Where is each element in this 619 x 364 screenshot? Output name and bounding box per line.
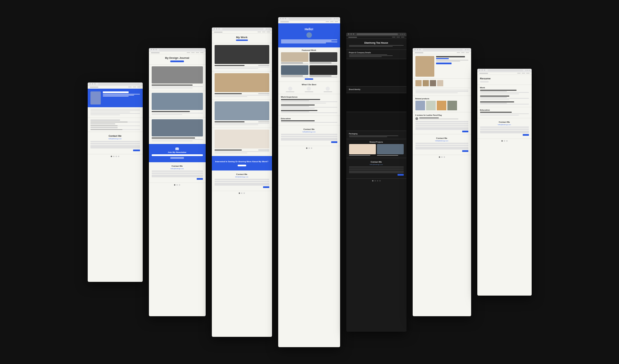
- submit-button[interactable]: [331, 141, 337, 143]
- browser-bar-7: [477, 69, 532, 72]
- featured-item-2: [310, 52, 337, 64]
- contact-email: hello@divdesign.com: [281, 131, 337, 133]
- featured-desc-2: [310, 64, 337, 64]
- dot: [216, 28, 217, 30]
- nav-bar-1: [88, 86, 143, 89]
- related-products-title: Related products: [415, 98, 468, 100]
- thumb-1[interactable]: [415, 80, 422, 86]
- maximize: [467, 49, 468, 50]
- skill-bar: [90, 129, 140, 130]
- newsletter-title: Join My Newsletter: [152, 151, 203, 153]
- page-dot: [111, 156, 112, 157]
- job-3: [281, 110, 337, 113]
- text-line: [349, 46, 393, 47]
- job-2: [281, 104, 337, 109]
- name-input[interactable]: [349, 166, 404, 168]
- product-desc-section: [413, 88, 471, 96]
- related-name-1: [349, 155, 370, 156]
- skill-label: [90, 123, 115, 124]
- text-line: [480, 98, 529, 99]
- submit-button[interactable]: [462, 150, 468, 152]
- message-input[interactable]: [480, 131, 529, 133]
- name-input[interactable]: [415, 143, 468, 144]
- contact-email: hello@divdesign.com: [215, 176, 269, 178]
- review-name-input[interactable]: [415, 123, 468, 124]
- message-input[interactable]: [415, 147, 468, 150]
- nav-link: [526, 73, 530, 74]
- text-line: [349, 55, 393, 56]
- skill-icon-2: [307, 87, 311, 91]
- nav-link: [517, 73, 521, 74]
- thumb-3[interactable]: [430, 80, 436, 86]
- message-input[interactable]: [152, 175, 203, 177]
- view-more-btn[interactable]: [305, 78, 313, 80]
- nav-link: [262, 32, 265, 32]
- email-input[interactable]: [215, 181, 269, 182]
- review-1-content: [419, 118, 468, 119]
- nav-bar: [413, 52, 471, 54]
- name-input[interactable]: [281, 134, 337, 135]
- review-submit-button[interactable]: [462, 131, 468, 132]
- related-products-grid: [415, 101, 468, 110]
- submit-button[interactable]: [263, 186, 269, 188]
- related-name-2: [377, 155, 398, 156]
- text-line: [152, 88, 193, 88]
- work-btn[interactable]: [236, 40, 248, 41]
- page-dot: [308, 147, 310, 149]
- resume-header: Resume: [477, 75, 532, 85]
- newsletter-btn[interactable]: [170, 157, 184, 159]
- thumb-2[interactable]: [423, 80, 429, 86]
- thumb-4[interactable]: [437, 80, 443, 86]
- contact-title: Contact Me: [90, 135, 140, 137]
- minimize: [334, 18, 335, 19]
- name-input[interactable]: [152, 170, 203, 172]
- review-email-input[interactable]: [415, 125, 468, 126]
- email-input[interactable]: [281, 136, 337, 137]
- work-experience-section: Work Experience: [278, 94, 340, 116]
- cta-btn[interactable]: [238, 165, 246, 166]
- message-input[interactable]: [215, 183, 269, 186]
- url-bar: [222, 28, 263, 30]
- contact-section: Contact Me hello@divdesign.com: [149, 162, 206, 183]
- job-dates-1: [281, 100, 309, 101]
- blog-btn[interactable]: [170, 60, 184, 62]
- mockup-hello: Hello! Featured Work: [278, 17, 340, 347]
- submit-button[interactable]: [197, 178, 203, 180]
- review-text-input[interactable]: [415, 127, 468, 130]
- message-input[interactable]: [349, 170, 404, 173]
- email-input[interactable]: [349, 168, 404, 170]
- email-input[interactable]: [480, 129, 529, 130]
- submit-button[interactable]: [398, 174, 404, 176]
- skill-fill: [90, 125, 118, 126]
- download-btn[interactable]: [480, 81, 489, 82]
- name-input[interactable]: [215, 179, 269, 180]
- submit-button[interactable]: [133, 150, 140, 151]
- bio-line: [281, 43, 326, 43]
- nav-links: [326, 21, 338, 22]
- newsletter-input[interactable]: [152, 154, 203, 156]
- page-dot: [311, 147, 312, 149]
- hero-section: [88, 89, 143, 107]
- name-input[interactable]: [480, 126, 529, 128]
- featured-desc-4: [310, 77, 337, 77]
- related-2: [377, 144, 404, 156]
- message-input[interactable]: [281, 138, 337, 141]
- text-line: [215, 68, 258, 69]
- email-input[interactable]: [415, 145, 468, 146]
- project-title: [215, 65, 245, 66]
- page-dot: [506, 140, 508, 142]
- message-input[interactable]: [90, 145, 140, 148]
- nav-link: [401, 37, 404, 37]
- skill-3: [324, 87, 332, 92]
- contact-section: Contact Me hello@divdesign.com: [413, 134, 471, 155]
- email-input[interactable]: [90, 143, 140, 144]
- job-title-2: [281, 104, 315, 106]
- submit-button[interactable]: [523, 134, 529, 136]
- pagination: [212, 191, 272, 195]
- dot: [214, 28, 215, 30]
- email-input[interactable]: [152, 173, 203, 174]
- dot: [419, 49, 421, 50]
- related-product-1: [415, 101, 425, 110]
- add-to-cart-btn[interactable]: [436, 63, 452, 64]
- name-input[interactable]: [90, 141, 140, 142]
